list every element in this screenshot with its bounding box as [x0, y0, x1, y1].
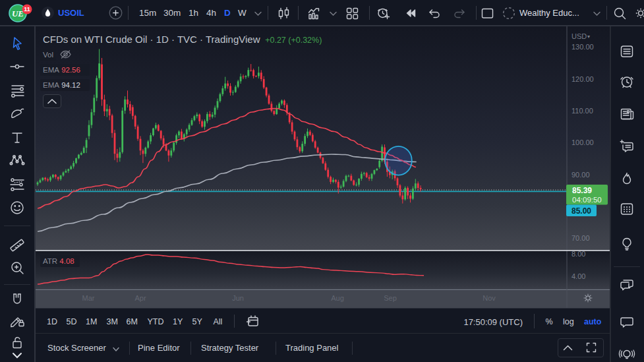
svg-text:130.00: 130.00 [571, 43, 594, 51]
svg-text:90.00: 90.00 [571, 171, 590, 179]
svg-text:04:09:50: 04:09:50 [572, 196, 602, 204]
svg-text:85.39: 85.39 [572, 186, 592, 195]
svg-text:110.00: 110.00 [571, 107, 593, 115]
svg-text:70.00: 70.00 [571, 234, 590, 242]
svg-text:UE: UE [12, 9, 24, 18]
svg-text:100.00: 100.00 [571, 138, 594, 146]
svg-text:Sep: Sep [384, 294, 397, 302]
svg-text:Jun: Jun [232, 294, 244, 302]
svg-text:▾: ▾ [587, 34, 590, 40]
svg-text:Mar: Mar [82, 294, 95, 302]
svg-text:11: 11 [24, 6, 30, 13]
svg-text:8.00: 8.00 [571, 250, 585, 258]
svg-text:Nov: Nov [483, 294, 496, 302]
svg-text:4.00: 4.00 [571, 272, 585, 280]
svg-text:85.00: 85.00 [571, 206, 591, 216]
svg-text:USD: USD [571, 32, 587, 40]
svg-text:Apr: Apr [134, 294, 146, 302]
svg-text:Aug: Aug [331, 294, 344, 302]
svg-text:120.00: 120.00 [571, 75, 594, 83]
